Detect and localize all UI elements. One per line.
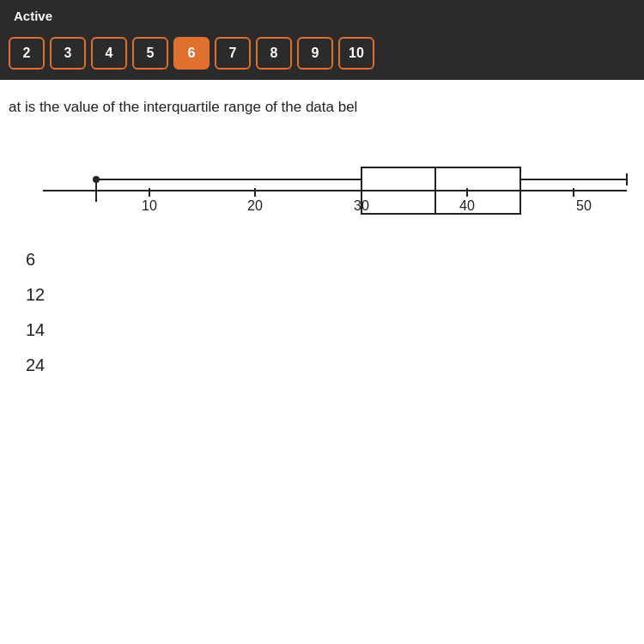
answer-choices: 6121424 bbox=[9, 241, 627, 399]
tab-item-5[interactable]: 5 bbox=[132, 37, 168, 70]
question-text: at is the value of the interquartile ran… bbox=[9, 97, 627, 118]
answer-choice-12[interactable]: 12 bbox=[26, 285, 610, 305]
boxplot-svg: 10 20 30 40 50 bbox=[17, 143, 635, 221]
tab-item-4[interactable]: 4 bbox=[91, 37, 127, 70]
answer-choice-24[interactable]: 24 bbox=[26, 355, 610, 375]
svg-text:10: 10 bbox=[142, 198, 157, 213]
active-label: Active bbox=[14, 9, 52, 23]
svg-text:50: 50 bbox=[576, 198, 592, 213]
answer-choice-6[interactable]: 6 bbox=[26, 250, 610, 270]
header-bar: Active bbox=[0, 0, 644, 37]
tab-item-8[interactable]: 8 bbox=[256, 37, 292, 70]
answer-choice-14[interactable]: 14 bbox=[26, 320, 610, 340]
svg-text:20: 20 bbox=[247, 198, 263, 213]
svg-text:40: 40 bbox=[459, 198, 475, 213]
boxplot-container: 10 20 30 40 50 bbox=[9, 143, 627, 224]
tab-item-9[interactable]: 9 bbox=[297, 37, 333, 70]
tab-item-2[interactable]: 2 bbox=[9, 37, 45, 70]
tab-item-10[interactable]: 10 bbox=[338, 37, 374, 70]
tab-item-6[interactable]: 6 bbox=[173, 37, 210, 70]
tab-item-3[interactable]: 3 bbox=[50, 37, 86, 70]
tabs-row: 2345678910 bbox=[0, 37, 644, 80]
svg-text:30: 30 bbox=[354, 198, 369, 213]
tab-item-7[interactable]: 7 bbox=[215, 37, 251, 70]
main-content: at is the value of the interquartile ran… bbox=[0, 80, 644, 416]
